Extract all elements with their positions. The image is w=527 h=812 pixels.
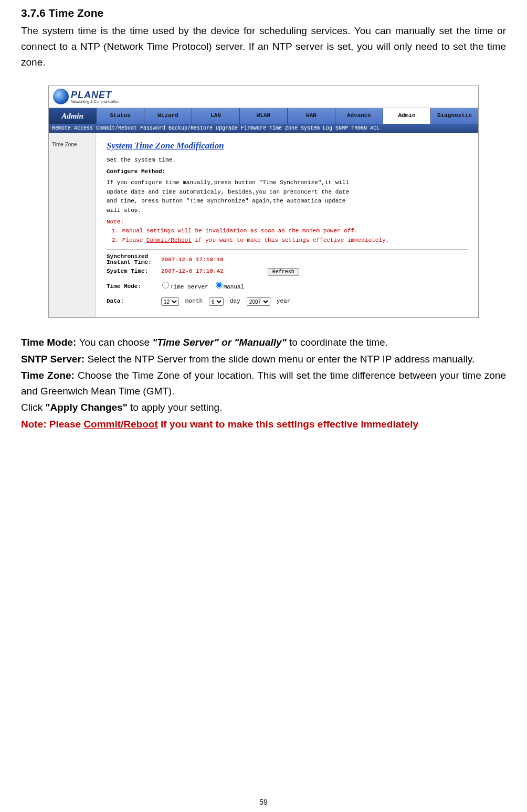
subnav-upgrade-firmware[interactable]: Upgrade Firmware bbox=[216, 124, 266, 133]
intro-paragraph: The system time is the time used by the … bbox=[21, 23, 506, 71]
nav-status[interactable]: Status bbox=[96, 108, 144, 124]
year-suffix: year bbox=[277, 297, 290, 306]
day-select[interactable]: 6 bbox=[209, 297, 224, 306]
note-label: Note: bbox=[107, 218, 468, 227]
sync-time-value: 2007-12-6 17:19:40 bbox=[161, 255, 224, 265]
configure-method-heading: Configure Method: bbox=[107, 167, 468, 177]
commit-reboot-link[interactable]: Commit/Reboot bbox=[146, 237, 192, 243]
nav-advance[interactable]: Advance bbox=[335, 108, 383, 124]
radio-time-server[interactable]: Time Server bbox=[161, 282, 208, 292]
day-suffix: day bbox=[230, 297, 240, 306]
subnav-remote-access[interactable]: Remote Access bbox=[52, 124, 93, 133]
time-zone-desc: Time Zone: Choose the Time Zone of your … bbox=[21, 368, 506, 400]
refresh-button[interactable]: Refresh bbox=[268, 268, 299, 276]
logo-tagline: Networking & Communication bbox=[71, 100, 119, 103]
nav-diagnostic[interactable]: Diagnostic bbox=[430, 108, 478, 124]
divider bbox=[107, 249, 468, 250]
subnav-time-zone[interactable]: Time Zone bbox=[269, 124, 298, 133]
subnav-system-log[interactable]: System Log bbox=[301, 124, 332, 133]
nav-wizard[interactable]: Wizard bbox=[144, 108, 192, 124]
panel-title: System Time Zone Modification bbox=[107, 138, 468, 153]
left-panel: Time Zone bbox=[49, 133, 96, 317]
note-line-1: 1. Manual settings will be invalidation … bbox=[107, 227, 468, 236]
system-time-value: 2007-12-6 17:18:42 bbox=[161, 267, 224, 276]
nav-wan[interactable]: WAN bbox=[287, 108, 335, 124]
commit-reboot-note: Note: Please Commit/Reboot if you want t… bbox=[21, 416, 506, 432]
note-block: Note: 1. Manual settings will be invalid… bbox=[107, 218, 468, 245]
nav-wlan[interactable]: WLAN bbox=[239, 108, 287, 124]
left-label: Time Zone bbox=[52, 142, 77, 147]
subnav-commit-reboot[interactable]: Commit/Reboot bbox=[96, 124, 137, 133]
subnav-snmp[interactable]: SNMP bbox=[335, 124, 348, 133]
nav-admin[interactable]: Admin bbox=[383, 108, 430, 124]
subnav-password[interactable]: Password bbox=[140, 124, 165, 133]
logo-bar: PLANET Networking & Communication bbox=[49, 86, 478, 108]
system-time-label: System Time: bbox=[107, 267, 155, 276]
time-mode-desc: Time Mode: You can choose "Time Server" … bbox=[21, 335, 506, 350]
month-select[interactable]: 12 bbox=[161, 297, 179, 306]
sub-nav: Remote Access Commit/Reboot Password Bac… bbox=[49, 124, 478, 133]
set-system-time: Set the system time. bbox=[107, 156, 468, 165]
year-select[interactable]: 2007 bbox=[247, 297, 270, 306]
subnav-acl[interactable]: ACL bbox=[370, 124, 380, 133]
sntp-server-desc: SNTP Server: Select the NTP Server from … bbox=[21, 351, 506, 367]
sync-time-label: Synchronized Instant Time: bbox=[107, 254, 155, 265]
logo-text: PLANET bbox=[71, 90, 119, 100]
radio-manual[interactable]: Manual bbox=[215, 282, 245, 292]
main-nav: Admin Status Wizard LAN WLAN WAN Advance… bbox=[49, 108, 478, 124]
section-heading: 3.7.6 Time Zone bbox=[21, 4, 506, 22]
apply-changes-desc: Click "Apply Changes" to apply your sett… bbox=[21, 400, 506, 415]
subnav-backup-restore[interactable]: Backup/Restore bbox=[168, 124, 213, 133]
configure-method-body: If you configure time manually,press but… bbox=[107, 178, 359, 215]
data-label: Data: bbox=[107, 297, 155, 306]
nav-lan[interactable]: LAN bbox=[192, 108, 239, 124]
time-mode-label: Time Mode: bbox=[107, 282, 155, 292]
month-suffix: month bbox=[185, 297, 203, 306]
section-label: Admin bbox=[49, 108, 96, 124]
subnav-tr069[interactable]: TR069 bbox=[351, 124, 367, 133]
page-number: 59 bbox=[0, 796, 527, 808]
globe-icon bbox=[53, 89, 69, 104]
router-screenshot: PLANET Networking & Communication Admin … bbox=[21, 86, 506, 318]
note-line-2: 2. Please Commit/Reboot if you want to m… bbox=[107, 236, 468, 245]
